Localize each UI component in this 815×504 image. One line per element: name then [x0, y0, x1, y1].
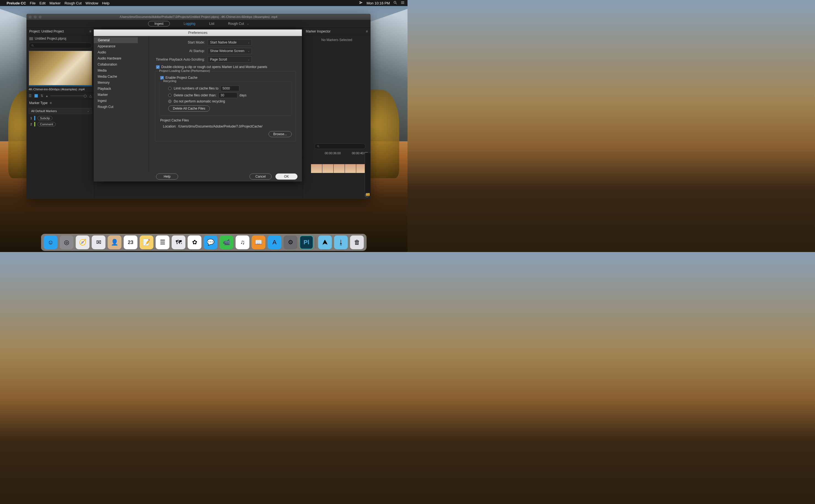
label-at-startup: At Startup: [154, 49, 208, 53]
dock-launchpad[interactable]: ◎ [60, 235, 74, 249]
mode-list[interactable]: List [209, 22, 215, 26]
prefs-cat-appearance[interactable]: Appearance [94, 43, 148, 49]
project-panel-title: Project: Untitled Project [29, 29, 64, 33]
spotlight-icon[interactable] [393, 1, 397, 6]
mode-chevron-icon[interactable]: ⌄ [247, 22, 249, 25]
thumb-view-icon[interactable] [34, 94, 38, 97]
panel-menu-icon[interactable]: ≡ [50, 101, 52, 105]
info-icon[interactable]: i [365, 193, 369, 197]
mode-roughcut[interactable]: Rough Cut [228, 22, 244, 26]
panel-menu-icon[interactable]: ≡ [89, 29, 91, 33]
sort-icon[interactable]: ⇅ [40, 94, 43, 98]
bin-icon [29, 37, 33, 40]
clip-thumbnail[interactable]: 4K-Chimei-inn-60mbps (4ksamples) .mp4 [29, 51, 92, 91]
prefs-cat-media[interactable]: Media [94, 67, 148, 74]
dock-itunes[interactable]: ♫ [236, 235, 250, 249]
dock-facetime[interactable]: 📹 [220, 235, 234, 249]
prefs-cat-ingest[interactable]: Ingest [94, 98, 148, 104]
timeline-search-input[interactable] [314, 143, 366, 149]
menu-help[interactable]: Help [102, 1, 109, 5]
prefs-cat-playback[interactable]: Playback [94, 86, 148, 92]
mode-logging[interactable]: Logging [183, 22, 195, 26]
limit-files-input[interactable] [221, 86, 239, 91]
prefs-cat-collaboration[interactable]: Collaboration [94, 61, 148, 67]
menu-marker[interactable]: Marker [49, 1, 60, 5]
dock-contacts[interactable]: 👤 [108, 235, 121, 249]
dock-finder[interactable]: ☺ [44, 235, 58, 249]
older-than-input[interactable] [219, 93, 238, 98]
project-breadcrumb[interactable]: Untitled Project.plproj [35, 37, 66, 40]
dock-prelude[interactable]: Pl [300, 235, 314, 249]
clip-thumbnail-image [29, 51, 92, 86]
dock-calendar[interactable]: 23 [124, 235, 137, 249]
menubar-list-icon[interactable] [401, 1, 405, 6]
label-start-mode: Start Mode: [154, 40, 208, 44]
panel-menu-icon[interactable]: ≡ [366, 29, 368, 33]
dock-notes[interactable]: 📝 [140, 235, 153, 249]
older-than-radio[interactable] [168, 94, 171, 97]
menubar-status-icon[interactable] [359, 1, 363, 6]
svg-point-7 [317, 145, 319, 147]
dock-maps[interactable]: 🗺 [172, 235, 185, 249]
marker-type-dropdown[interactable]: All Default Markers⌄ [29, 108, 92, 114]
svg-rect-2 [401, 1, 404, 2]
project-cache-group: Project Loading Cache (Performance) ✓Ena… [155, 71, 296, 141]
no-auto-radio[interactable] [168, 100, 171, 103]
prefs-cat-general[interactable]: General [94, 37, 138, 43]
project-search-input[interactable] [29, 43, 92, 48]
app-menu[interactable]: Prelude CC [7, 1, 26, 5]
help-button[interactable]: Help [156, 174, 178, 180]
no-markers-message: No Markers Selected [303, 35, 371, 45]
timeline-video-thumbs[interactable] [311, 164, 367, 173]
menu-edit[interactable]: Edit [39, 1, 45, 5]
workspace-mode-bar: Ingest Logging List Rough Cut ⌄ [26, 20, 371, 28]
mode-ingest[interactable]: Ingest [148, 21, 170, 26]
dock-mail[interactable]: ✉ [92, 235, 106, 249]
audio-level-meter [365, 153, 371, 197]
ok-button[interactable]: OK [276, 174, 298, 180]
dock-reminders[interactable]: ☰ [156, 235, 169, 249]
marker-type-item[interactable]: 2Comment [26, 121, 94, 127]
menu-roughcut[interactable]: Rough Cut [64, 1, 82, 5]
dock-sysprefs[interactable]: ⚙ [284, 235, 298, 249]
prefs-cat-marker[interactable]: Marker [94, 92, 148, 98]
thumb-size-slider[interactable] [50, 96, 87, 96]
prefs-cat-roughcut[interactable]: Rough Cut [94, 104, 148, 110]
dock-folder1[interactable]: ⮝ [318, 235, 332, 249]
prefs-cat-audio[interactable]: Audio [94, 49, 148, 55]
macos-dock: ☺◎🧭✉👤23📝☰🗺✿💬📹♫📖A⚙Pl⮝⭳🗑 [41, 234, 367, 251]
svg-point-0 [394, 1, 396, 4]
menubar-clock[interactable]: Mon 10:16 PM [366, 1, 390, 5]
dock-photos[interactable]: ✿ [188, 235, 201, 249]
prefs-cat-audio-hardware[interactable]: Audio Hardware [94, 55, 148, 61]
dock-safari[interactable]: 🧭 [76, 235, 90, 249]
dock-ibooks[interactable]: 📖 [252, 235, 266, 249]
dock-messages[interactable]: 💬 [204, 235, 218, 249]
zoom-out-icon[interactable]: ▴ [46, 94, 48, 98]
dock-folder2[interactable]: ⭳ [334, 235, 348, 249]
marker-inspector-panel: Marker Inspector≡ No Markers Selected 00… [303, 28, 371, 199]
start-mode-select[interactable]: Start Native Mode⌄ [208, 39, 252, 45]
enable-cache-checkbox[interactable]: ✓ [160, 76, 164, 80]
marker-type-item[interactable]: 1Subclip [26, 115, 94, 121]
browse-button[interactable]: Browse... [269, 131, 292, 137]
prefs-cat-media-cache[interactable]: Media Cache [94, 74, 148, 80]
dblclick-checkbox[interactable]: ✓ [156, 65, 160, 69]
cancel-button[interactable]: Cancel [250, 174, 272, 180]
limit-files-radio[interactable] [168, 87, 171, 90]
project-view-toolbar: ☰ ⇅ ▴ △ [26, 93, 94, 99]
menu-file[interactable]: File [30, 1, 36, 5]
prefs-general-pane: Start Mode: Start Native Mode⌄ At Startu… [149, 36, 302, 172]
window-title: /Users/dmx/Documents/Adobe/Prelude/7.0/P… [120, 15, 277, 18]
auto-scroll-select[interactable]: Page Scroll⌄ [208, 56, 252, 63]
window-traffic-lights[interactable] [29, 15, 42, 18]
at-startup-select[interactable]: Show Welcome Screen⌄ [208, 48, 252, 54]
list-view-icon[interactable]: ☰ [29, 94, 32, 98]
dock-trash[interactable]: 🗑 [350, 235, 364, 249]
delete-cache-button[interactable]: Delete All Cache Files [168, 105, 210, 112]
project-panel: Project: Untitled Project≡ Untitled Proj… [26, 28, 94, 199]
dock-appstore[interactable]: A [268, 235, 282, 249]
prefs-cat-memory[interactable]: Memory [94, 80, 148, 86]
menu-window[interactable]: Window [85, 1, 98, 5]
zoom-in-icon[interactable]: △ [89, 94, 92, 98]
